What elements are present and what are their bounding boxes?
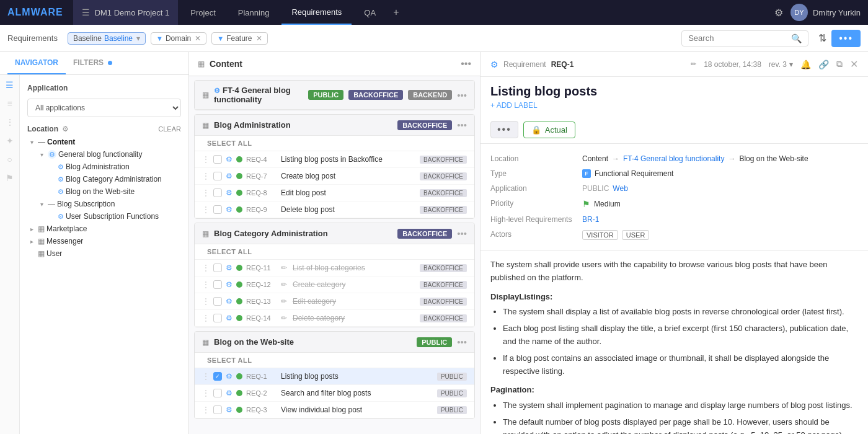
tab-qa[interactable]: QA — [354, 0, 386, 25]
filter-baseline-close[interactable]: ▾ — [136, 34, 140, 43]
filter-feature-close[interactable]: ✕ — [256, 34, 262, 43]
search-input[interactable] — [688, 33, 787, 43]
hamburger-icon: ☰ — [82, 7, 90, 17]
meta-val-application: PUBLIC Web — [582, 184, 628, 193]
user-menu[interactable]: DY Dmitry Yurkin — [790, 4, 861, 21]
tree-item-blog-sub[interactable]: ▾ — Blog Subscription — [35, 198, 188, 210]
external-link-icon[interactable]: ⧉ — [836, 59, 843, 69]
tree-item-blog-web[interactable]: ⚙ Blog on the Web-site — [45, 185, 188, 198]
meta-row-actors: Actors VISITOR USER — [490, 227, 858, 243]
meta-row-high-level: High-level Requirements BR-1 — [490, 212, 858, 227]
tree-item-user-sub[interactable]: ⚙ User Subscription Functions — [45, 210, 188, 223]
req-item-REQ-2[interactable]: ⋮ ⚙ REQ-2 Search and filter blog posts P… — [195, 385, 474, 402]
checkbox-REQ-12[interactable] — [213, 280, 222, 289]
location-gear-icon[interactable]: ⚙ — [62, 125, 69, 133]
sidebar-icon-bookmark[interactable]: ⚑ — [6, 173, 14, 183]
checkbox-REQ-4[interactable] — [213, 155, 222, 164]
tab-requirements[interactable]: Requirements — [281, 0, 352, 25]
sidebar-icon-filter[interactable]: ☰ — [6, 80, 14, 90]
checkbox-REQ-1[interactable]: ✓ — [213, 372, 222, 381]
req-item-REQ-8[interactable]: ⋮ ⚙ REQ-8 Edit blog post BACKOFFICE — [195, 185, 474, 202]
listing-item-1: The system shall display a list of avail… — [503, 306, 858, 319]
checkbox-REQ-8[interactable] — [213, 188, 222, 197]
req-item-REQ-3[interactable]: ⋮ ⚙ REQ-3 View individual blog post PUBL… — [195, 402, 474, 418]
tree-item-content[interactable]: ▾ — Content — [25, 136, 188, 148]
checkbox-REQ-9[interactable] — [213, 205, 222, 214]
drag-handle-REQ-7[interactable]: ⋮ — [202, 172, 210, 180]
status-REQ-9 — [236, 206, 242, 213]
drag-handle-REQ-12[interactable]: ⋮ — [202, 280, 210, 289]
more-button[interactable]: ••• — [831, 30, 861, 47]
project-selector[interactable]: ☰ DM1 Demo Project 1 — [73, 0, 179, 25]
settings-icon[interactable]: ⚙ — [774, 7, 783, 19]
req-item-REQ-1[interactable]: ⋮ ✓ ⚙ REQ-1 Listing blog posts PUBLIC — [195, 368, 474, 385]
sidebar-tab-navigator[interactable]: NAVIGATOR — [7, 52, 66, 74]
add-label-button[interactable]: + ADD LABEL — [480, 101, 868, 116]
req-group-blog-cat-header: ▦ Blog Category Administration BACKOFFIC… — [195, 223, 474, 244]
tree-item-general[interactable]: ▾ ⚙ General blog functionality — [35, 148, 188, 161]
req-item-REQ-9[interactable]: ⋮ ⚙ REQ-9 Delete blog post BACKOFFICE — [195, 202, 474, 218]
tab-project[interactable]: Project — [180, 0, 225, 25]
drag-handle-REQ-11[interactable]: ⋮ — [202, 264, 210, 272]
tree-item-blog-cat[interactable]: ⚙ Blog Category Administration — [45, 173, 188, 185]
drag-handle-REQ-8[interactable]: ⋮ — [202, 188, 210, 197]
sort-button[interactable]: ⇅ — [818, 32, 826, 44]
filter-feature[interactable]: ▼ Feature ✕ — [211, 32, 267, 45]
lock-icon: 🔒 — [531, 125, 541, 135]
drag-handle-REQ-3[interactable]: ⋮ — [202, 405, 210, 414]
checkbox-REQ-11[interactable] — [213, 264, 222, 272]
drag-handle-REQ-2[interactable]: ⋮ — [202, 389, 210, 397]
status-REQ-7 — [236, 173, 242, 179]
tree-item-user[interactable]: ▦ User — [25, 247, 188, 260]
detail-meta-bar: ✏ 18 october, 14:38 rev. 3 ▾ 🔔 🔗 ⧉ ✕ — [691, 58, 858, 70]
sidebar-icon-list[interactable]: ≡ — [7, 99, 12, 108]
link-icon[interactable]: 🔗 — [818, 60, 829, 69]
tree-item-blog-admin[interactable]: ⚙ Blog Administration — [45, 161, 188, 173]
checkbox-REQ-14[interactable] — [213, 314, 222, 322]
req-item-REQ-11[interactable]: ⋮ ⚙ REQ-11 ✏ List of blog categories BAC… — [195, 260, 474, 277]
status-REQ-1 — [236, 373, 242, 379]
drag-handle-REQ-14[interactable]: ⋮ — [202, 314, 210, 322]
req-item-REQ-4[interactable]: ⋮ ⚙ REQ-4 Listing blog posts in Backoffi… — [195, 151, 474, 168]
revision-selector[interactable]: rev. 3 ▾ — [769, 60, 793, 69]
search-box[interactable]: 🔍 — [681, 30, 808, 46]
tab-planning[interactable]: Planning — [228, 0, 280, 25]
display-listings-title: DisplayListings: — [490, 291, 858, 304]
clear-button[interactable]: CLEAR — [158, 125, 181, 133]
sidebar-icon-hierarchy[interactable]: ⋮ — [6, 117, 14, 127]
sidebar-tab-filters[interactable]: FILTERS — [66, 52, 120, 74]
action-more-button[interactable]: ••• — [490, 121, 518, 138]
detail-close-icon[interactable]: ✕ — [850, 58, 858, 70]
req-item-REQ-13[interactable]: ⋮ ⚙ REQ-13 ✏ Edit category BACKOFFICE — [195, 293, 474, 310]
group-general-more[interactable]: ••• — [457, 90, 467, 100]
drag-handle-REQ-1[interactable]: ⋮ — [202, 372, 210, 381]
checkbox-REQ-2[interactable] — [213, 389, 222, 397]
req-item-REQ-7[interactable]: ⋮ ⚙ REQ-7 Create blog post BACKOFFICE — [195, 168, 474, 185]
tree-item-messenger[interactable]: ▸ ▦ Messenger — [25, 235, 188, 247]
req-item-REQ-12[interactable]: ⋮ ⚙ REQ-12 ✏ Create category BACKOFFICE — [195, 277, 474, 293]
group-web-more[interactable]: ••• — [457, 337, 467, 347]
status-button[interactable]: 🔒 Actual — [523, 122, 575, 138]
filter-domain-close[interactable]: ✕ — [195, 34, 201, 43]
filter-domain[interactable]: ▼ Domain ✕ — [151, 32, 206, 45]
sidebar-icon-star[interactable]: ✦ — [6, 136, 14, 146]
requirements-title: Requirements — [7, 33, 58, 43]
req-item-REQ-14[interactable]: ⋮ ⚙ REQ-14 ✏ Delete category BACKOFFICE — [195, 310, 474, 327]
drag-handle-REQ-9[interactable]: ⋮ — [202, 205, 210, 214]
group-cat-more[interactable]: ••• — [457, 228, 467, 239]
checkbox-REQ-3[interactable] — [213, 405, 222, 414]
checkbox-REQ-7[interactable] — [213, 172, 222, 180]
drag-handle-REQ-13[interactable]: ⋮ — [202, 297, 210, 306]
application-select[interactable]: All applications — [27, 99, 181, 117]
bell-icon[interactable]: 🔔 — [800, 60, 811, 69]
filter-baseline[interactable]: Baseline Baseline ▾ — [68, 32, 146, 45]
tree-item-marketplace[interactable]: ▸ ▦ Marketplace — [25, 223, 188, 235]
status-REQ-3 — [236, 407, 242, 413]
pencil-icon: ✏ — [691, 60, 696, 68]
content-more-button[interactable]: ••• — [461, 58, 471, 69]
group-admin-more[interactable]: ••• — [457, 120, 467, 130]
checkbox-REQ-13[interactable] — [213, 297, 222, 306]
sidebar-icon-circle[interactable]: ○ — [7, 154, 12, 164]
add-tab-button[interactable]: + — [388, 7, 404, 18]
drag-handle-REQ-4[interactable]: ⋮ — [202, 155, 210, 164]
